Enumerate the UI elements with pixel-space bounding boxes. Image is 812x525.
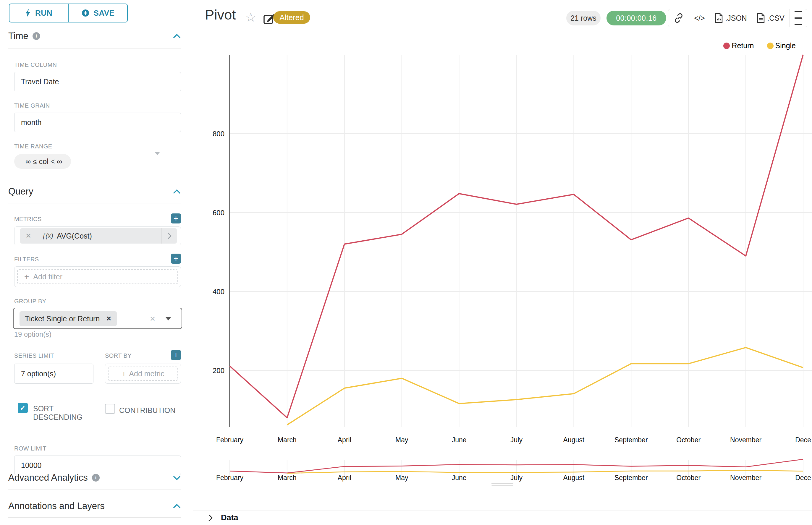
save-button[interactable]: SAVE — [68, 4, 127, 22]
divider — [8, 203, 181, 204]
svg-text:June: June — [452, 474, 467, 482]
options-hint: 19 option(s) — [14, 330, 51, 339]
sort-descending-label: SORT DESCENDING — [33, 404, 80, 422]
svg-text:400: 400 — [212, 288, 224, 296]
add-sort-metric-dropzone[interactable]: + Add metric — [108, 366, 178, 381]
svg-text:200: 200 — [212, 366, 224, 375]
svg-text:November: November — [730, 474, 762, 482]
svg-text:600: 600 — [212, 209, 224, 217]
single-preview-line — [287, 470, 803, 473]
time-grain-label: TIME GRAIN — [14, 102, 50, 109]
single-line — [287, 348, 803, 425]
run-button[interactable]: RUN — [10, 4, 68, 22]
series-limit-value: 7 option(s) — [21, 370, 56, 378]
section-header-query[interactable]: Query — [8, 186, 181, 197]
drag-handle[interactable] — [491, 483, 513, 488]
add-sort-metric-button[interactable]: + — [171, 350, 181, 360]
row-limit-label: ROW LIMIT — [14, 445, 46, 452]
svg-text:March: March — [278, 436, 297, 444]
chart-container: Pivot ☆ Altered 21 rows 00:00:00.16 </> … — [193, 0, 812, 525]
metric-value: AVG(Cost) — [57, 232, 92, 240]
time-column-select[interactable]: Travel Date — [14, 72, 181, 91]
svg-text:April: April — [338, 436, 351, 444]
group-by-label: GROUP BY — [14, 298, 46, 305]
time-column-label: TIME COLUMN — [14, 61, 57, 68]
save-button-label: SAVE — [94, 9, 115, 18]
line-chart[interactable]: 200400600800FebruaryFebruaryMarchMarchAp… — [193, 0, 812, 525]
remove-metric-icon[interactable]: ✕ — [20, 232, 37, 240]
add-metric-placeholder: Add metric — [129, 370, 164, 378]
svg-text:October: October — [676, 474, 700, 482]
chevron-up-icon[interactable] — [173, 34, 181, 39]
add-filter-dropzone[interactable]: + Add filter — [17, 269, 178, 284]
info-icon[interactable]: i — [32, 32, 40, 40]
contribution-checkbox[interactable] — [105, 404, 115, 414]
info-icon[interactable]: i — [92, 474, 100, 482]
svg-text:March: March — [278, 474, 297, 482]
svg-text:February: February — [216, 436, 243, 444]
svg-text:May: May — [395, 474, 408, 482]
fx-icon: ƒ(x) — [42, 232, 53, 240]
contribution-label: CONTRIBUTION — [119, 406, 175, 415]
time-grain-value: month — [21, 118, 41, 127]
row-limit-value: 10000 — [21, 461, 42, 470]
chip-remove-icon[interactable]: ✕ — [106, 315, 112, 322]
control-panel: RUN SAVE Time i TIME COLUMN Travel Date … — [0, 0, 193, 525]
data-panel-toggle[interactable]: Data — [193, 510, 812, 525]
bolt-icon — [25, 9, 31, 17]
svg-text:August: August — [563, 436, 585, 444]
series-limit-label: SERIES LIMIT — [14, 352, 54, 359]
svg-text:April: April — [338, 474, 351, 482]
series-limit-select[interactable]: 7 option(s) — [14, 364, 93, 384]
chevron-down-icon[interactable] — [173, 475, 181, 480]
section-title: Advanced Analytics — [8, 472, 88, 483]
data-panel-label: Data — [221, 513, 238, 522]
chevron-up-icon[interactable] — [173, 189, 181, 194]
plus-icon: + — [24, 272, 29, 281]
section-title: Query — [8, 186, 33, 197]
sort-descending-checkbox[interactable]: ✓ — [18, 403, 28, 413]
svg-text:September: September — [615, 474, 648, 482]
metrics-label: METRICS — [14, 216, 42, 223]
svg-text:November: November — [730, 436, 762, 444]
run-save-button-group: RUN SAVE — [9, 3, 128, 22]
section-header-advanced-analytics[interactable]: Advanced Analytics i — [8, 472, 181, 483]
chip-label: Ticket Single or Return — [25, 315, 100, 323]
time-range-value: -∞ ≤ col < ∞ — [23, 157, 62, 166]
svg-text:June: June — [452, 436, 467, 444]
svg-text:October: October — [676, 436, 700, 444]
add-filter-button[interactable]: + — [171, 254, 181, 264]
filters-label: FILTERS — [14, 256, 39, 263]
divider — [8, 48, 181, 48]
svg-text:July: July — [511, 474, 522, 482]
svg-text:800: 800 — [212, 130, 224, 138]
svg-text:Dece: Dece — [795, 436, 811, 444]
chevron-right-icon[interactable] — [161, 228, 177, 244]
clear-all-icon[interactable]: ✕ — [150, 315, 156, 323]
time-grain-select[interactable]: month ✕ — [14, 112, 181, 132]
divider — [8, 517, 181, 518]
group-by-chip[interactable]: Ticket Single or Return ✕ — [19, 311, 117, 326]
section-header-time[interactable]: Time i — [8, 31, 181, 41]
time-range-label: TIME RANGE — [14, 143, 52, 150]
svg-text:February: February — [216, 474, 243, 482]
time-range-pill[interactable]: -∞ ≤ col < ∞ — [14, 154, 71, 169]
section-title: Annotations and Layers — [8, 501, 105, 511]
caret-down-icon — [166, 317, 171, 320]
chevron-right-icon — [208, 514, 213, 522]
chevron-up-icon[interactable] — [173, 504, 181, 509]
plus-circle-icon — [81, 9, 90, 17]
run-button-label: RUN — [35, 9, 52, 18]
section-header-annotations[interactable]: Annotations and Layers — [8, 501, 181, 511]
caret-down-icon — [154, 152, 160, 155]
metric-pill[interactable]: ✕ ƒ(x) AVG(Cost) — [20, 228, 177, 244]
sort-by-label: SORT BY — [105, 352, 132, 359]
time-column-value: Travel Date — [21, 77, 59, 86]
section-title: Time — [8, 31, 28, 41]
svg-text:July: July — [511, 436, 522, 444]
svg-text:August: August — [563, 474, 585, 482]
add-metric-button[interactable]: + — [171, 213, 181, 224]
svg-text:May: May — [395, 436, 408, 444]
plus-icon: + — [121, 369, 126, 378]
add-filter-placeholder: Add filter — [33, 272, 62, 281]
